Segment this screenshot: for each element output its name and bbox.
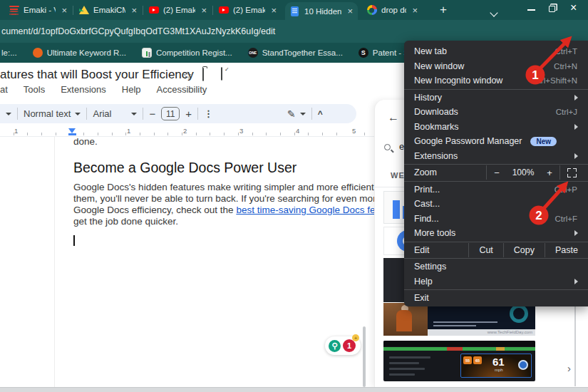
indent-marker-icon[interactable] [68,128,76,133]
tab-drop-down[interactable]: drop dow × [362,0,422,20]
menu-format-partial[interactable]: at [0,84,8,95]
edit-paste-button[interactable]: Paste [545,245,581,255]
menu-item-new-window[interactable]: New window Ctrl+N [404,59,588,74]
edit-copy-button[interactable]: Copy [504,245,545,255]
zoom-out-button[interactable]: − [487,167,507,178]
menu-item-downloads[interactable]: Downloads Ctrl+J [404,105,588,120]
minimize-button[interactable] [527,9,535,11]
document-canvas[interactable]: done. Become a Google Docs Power User Go… [0,137,375,387]
bookmark-label: Ultimate Keyword R... [47,48,126,57]
tab-close-icon[interactable]: × [347,6,353,16]
paragraph-style-select[interactable]: Normal text [24,108,71,119]
chevron-down-icon[interactable] [300,113,306,115]
doc-hyperlink[interactable]: best time-saving Google Docs features [236,205,375,215]
next-results-chevron[interactable]: › [567,362,571,374]
toolbar-overflow-icon[interactable]: ⋮ [204,108,213,119]
menu-item-zoom: Zoom − 100% + [404,165,588,180]
url-text[interactable]: cument/d/1opfDoGxbrfGCpyQufgIbqOdTG3Mt1X… [1,26,275,36]
hide-menus-chevron-icon[interactable]: ^ [318,109,323,119]
ruler-ticks [0,133,374,135]
result-thumbnail-video[interactable]: www.TechFieldDay.com [383,303,535,336]
tab-search-chevron-icon[interactable] [491,6,497,19]
close-window-button[interactable]: × [570,1,577,14]
tab-emaki-video[interactable]: Emaki - Vid × [4,0,71,20]
move-folder-icon[interactable] [202,68,204,81]
submenu-arrow-icon [574,95,578,100]
font-select[interactable]: Arial [93,108,111,119]
tab-active-10-hidden[interactable]: 10 Hidden × [285,2,358,20]
menu-item-more-tools[interactable]: More tools [404,226,588,241]
chevron-down-icon[interactable] [75,113,81,115]
menu-item-exit[interactable]: Exit [404,291,588,306]
toolbar-chevron-icon[interactable] [6,113,11,115]
menu-item-google-password-manager[interactable]: Google Password Manager New [404,134,588,149]
shortcut-label: Ctrl+P [555,185,577,194]
menu-item-extensions[interactable]: Extensions [404,149,588,164]
bookmark-item[interactable]: Competition Regist... [142,48,232,58]
editing-mode-pen-icon[interactable]: ✎ [287,108,296,120]
menu-extensions[interactable]: Extensions [61,84,106,95]
tab-close-icon[interactable]: × [131,5,137,16]
submenu-arrow-icon [574,153,578,159]
bookmark-item[interactable]: le:... [1,48,17,57]
submenu-arrow-icon [574,279,578,284]
youtube-icon [218,5,229,16]
menu-item-new-incognito-window[interactable]: New Incognito window Ctrl+Shift+N [404,73,588,88]
back-arrow-icon[interactable]: ← [388,111,399,124]
menu-item-cast[interactable]: Cast... [404,197,588,212]
menu-item-help[interactable]: Help [404,274,588,289]
doc-text-line: Google Docs's hidden features make writi… [73,182,375,192]
menu-separator [404,258,588,259]
omnibox[interactable]: cument/d/1opfDoGxbrfGCpyQufgIbqOdTG3Mt1X… [0,20,588,43]
chevron-down-icon[interactable] [131,113,137,115]
zoom-in-button[interactable]: + [540,167,559,178]
font-size-input[interactable]: 11 [161,107,180,120]
horizontal-scrollbar-track[interactable] [0,387,588,392]
menu-item-bookmarks[interactable]: Bookmarks [404,120,588,135]
diagram-ring [510,304,528,323]
ruler-number: 2 [183,127,187,135]
tab-title: Emaki - Vid [24,6,56,14]
font-size-increase-button[interactable]: + [185,108,192,120]
menu-tools[interactable]: Tools [24,84,45,95]
menu-item-print[interactable]: Print... Ctrl+P [404,182,588,197]
browser-menu-popup: New tab Ctrl+T New window Ctrl+N New Inc… [404,41,588,306]
menu-accessibility[interactable]: Accessibility [157,84,207,95]
document-scrollbar-thumb[interactable] [363,326,366,387]
new-tab-button[interactable]: + [433,0,453,20]
menu-item-find[interactable]: Find... Ctrl+F [404,212,588,227]
panel-scrollbar[interactable] [574,306,576,386]
menu-item-history[interactable]: History [404,91,588,105]
shortcut-label: Ctrl+Shift+N [532,76,577,85]
font-size-decrease-button[interactable]: − [149,108,155,120]
page-left-edge [54,137,55,387]
edit-cut-button[interactable]: Cut [469,245,502,255]
tab-emakicms[interactable]: EmakiCMS × [74,0,141,20]
indent-bar-icon[interactable] [68,133,76,135]
menu-item-new-tab[interactable]: New tab Ctrl+T [404,44,588,59]
tab-close-icon[interactable]: × [201,5,207,16]
tab-separator [73,6,73,15]
fullscreen-icon[interactable] [567,168,577,177]
tab-close-icon[interactable]: × [61,5,67,16]
tab-close-icon[interactable]: × [271,5,277,16]
result-thumbnail-dashboard[interactable]: 55 65 61 mph [383,341,535,381]
tab-youtube-2[interactable]: (2) Emaki T × [214,0,281,20]
star-document-icon[interactable]: ☆ [182,69,192,82]
menu-help[interactable]: Help [122,84,141,95]
grammarly-widget[interactable]: ⚲ 1 + [325,336,361,355]
tab-close-icon[interactable]: × [412,5,418,16]
bookmark-item[interactable]: Ultimate Keyword R... [33,48,126,58]
ruler[interactable]: 1 1 2 3 4 5 [0,127,374,137]
tab-title: 10 Hidden [304,7,341,16]
tab-title: EmakiCMS [93,6,125,14]
document-title[interactable]: atures that will Boost your Efficiency [0,68,194,82]
bookmark-item[interactable]: ONE StandTogether Essa... [248,48,343,58]
doc-text-line: them, you'll never be able to turn back.… [73,193,375,204]
menu-separator [404,242,588,242]
badge-logo-icon [518,360,528,370]
tab-youtube-1[interactable]: (2) Emaki T × [144,0,211,20]
youtube-icon [148,5,159,16]
menu-item-settings[interactable]: Settings [404,259,588,274]
restore-button[interactable] [549,6,555,12]
